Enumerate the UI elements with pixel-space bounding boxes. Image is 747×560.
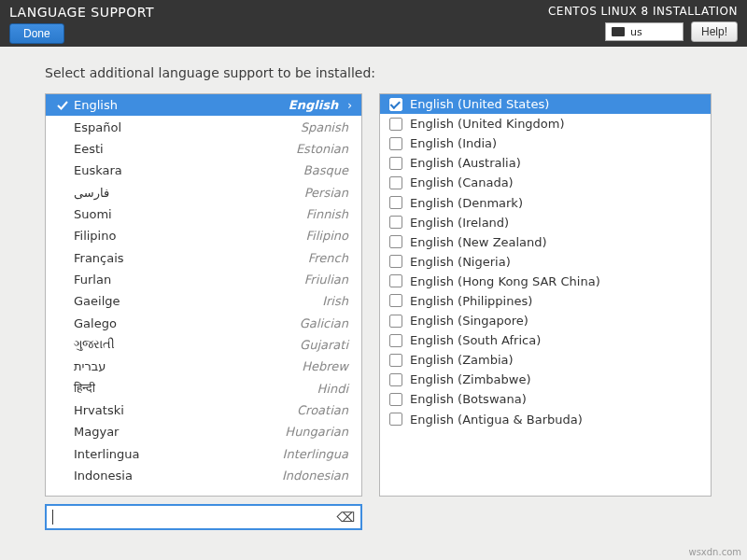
- language-native-label: فارسی: [74, 186, 109, 200]
- locale-row[interactable]: English (United Kingdom): [380, 114, 711, 133]
- locale-row[interactable]: English (Denmark): [380, 192, 711, 212]
- locale-checkbox[interactable]: [389, 196, 402, 209]
- top-bar: LANGUAGE SUPPORT Done CENTOS LINUX 8 INS…: [0, 0, 747, 47]
- language-row[interactable]: EspañolSpanish: [46, 116, 361, 137]
- language-row[interactable]: فارسیPersian: [46, 181, 361, 203]
- top-bar-right-row: us Help!: [605, 21, 738, 42]
- locale-checkbox[interactable]: [389, 118, 402, 131]
- language-native-label: עברית: [74, 359, 106, 373]
- text-cursor: [52, 510, 53, 525]
- help-button[interactable]: Help!: [691, 21, 738, 42]
- locale-label: English (Philippines): [410, 294, 532, 308]
- locale-row[interactable]: English (Philippines): [380, 291, 711, 311]
- language-native-label: Français: [74, 251, 124, 265]
- locale-checkbox[interactable]: [389, 176, 402, 189]
- locale-label: English (United Kingdom): [410, 117, 565, 131]
- language-row[interactable]: HrvatskiCroatian: [46, 399, 361, 421]
- language-english-label: Hebrew: [302, 359, 352, 373]
- locale-row[interactable]: English (United States): [380, 94, 711, 114]
- locale-checkbox[interactable]: [389, 413, 402, 426]
- locale-checkbox[interactable]: [389, 354, 402, 367]
- locale-label: English (United States): [410, 97, 549, 111]
- locale-row[interactable]: English (Nigeria): [380, 252, 711, 272]
- locale-label: English (Australia): [410, 156, 521, 170]
- locale-checkbox[interactable]: [389, 334, 402, 347]
- locale-row[interactable]: English (India): [380, 133, 711, 153]
- locale-row[interactable]: English (New Zealand): [380, 232, 711, 252]
- language-english-label: Basque: [303, 163, 352, 177]
- locale-list[interactable]: English (United States)English (United K…: [379, 93, 712, 497]
- search-row: ⌫: [45, 504, 362, 530]
- locale-row[interactable]: English (Antigua & Barbuda): [380, 410, 711, 429]
- locale-checkbox[interactable]: [389, 137, 402, 150]
- locale-row[interactable]: English (Ireland): [380, 213, 711, 232]
- locale-checkbox[interactable]: [389, 216, 402, 229]
- locale-checkbox[interactable]: [389, 98, 402, 111]
- content-area: Select additional language support to be…: [0, 47, 747, 538]
- keyboard-icon: [612, 27, 625, 36]
- locale-row[interactable]: English (Hong Kong SAR China): [380, 272, 711, 291]
- page-title: LANGUAGE SUPPORT: [9, 5, 154, 20]
- language-native-label: Gaeilge: [74, 294, 120, 308]
- clear-icon[interactable]: ⌫: [336, 510, 355, 525]
- language-english-label: Estonian: [296, 142, 352, 156]
- language-english-label: Interlingua: [283, 447, 352, 461]
- locale-checkbox[interactable]: [389, 373, 402, 386]
- language-row[interactable]: IndonesiaIndonesian: [46, 465, 361, 486]
- locale-row[interactable]: English (Botswana): [380, 389, 711, 409]
- language-row[interactable]: FilipinoFilipino: [46, 225, 361, 246]
- language-row[interactable]: GaeilgeIrish: [46, 290, 361, 312]
- locale-label: English (Botswana): [410, 392, 527, 406]
- language-native-label: Interlingua: [74, 447, 139, 461]
- language-native-label: Indonesia: [74, 469, 133, 483]
- locale-row[interactable]: English (Singapore): [380, 311, 711, 330]
- locale-label: English (New Zealand): [410, 235, 547, 249]
- locale-row[interactable]: English (Zimbabwe): [380, 370, 711, 389]
- done-button[interactable]: Done: [9, 23, 64, 44]
- check-icon: [57, 100, 74, 111]
- language-row[interactable]: עבריתHebrew: [46, 356, 361, 377]
- installer-title: CENTOS LINUX 8 INSTALLATION: [548, 5, 738, 18]
- keyboard-indicator[interactable]: us: [605, 22, 684, 41]
- locale-label: English (South Africa): [410, 333, 541, 347]
- locale-label: English (Antigua & Barbuda): [410, 413, 583, 427]
- locale-checkbox[interactable]: [389, 294, 402, 307]
- language-row[interactable]: EuskaraBasque: [46, 160, 361, 181]
- locale-label: English (Zimbabwe): [410, 372, 531, 386]
- locale-checkbox[interactable]: [389, 393, 402, 406]
- chevron-right-icon: ›: [347, 99, 352, 112]
- search-input[interactable]: ⌫: [45, 504, 362, 530]
- locale-checkbox[interactable]: [389, 255, 402, 268]
- language-row[interactable]: FurlanFriulian: [46, 269, 361, 290]
- language-native-label: Euskara: [74, 163, 122, 177]
- locale-label: English (Ireland): [410, 216, 509, 230]
- language-row[interactable]: MagyarHungarian: [46, 421, 361, 442]
- locale-row[interactable]: English (South Africa): [380, 330, 711, 350]
- locale-label: English (Hong Kong SAR China): [410, 274, 600, 288]
- language-row[interactable]: EestiEstonian: [46, 138, 361, 160]
- language-row[interactable]: GalegoGalician: [46, 312, 361, 333]
- language-row[interactable]: SuomiFinnish: [46, 203, 361, 225]
- language-native-label: Galego: [74, 316, 117, 330]
- language-list[interactable]: EnglishEnglish›EspañolSpanishEestiEstoni…: [45, 93, 362, 497]
- language-english-label: Indonesian: [282, 469, 352, 483]
- locale-checkbox[interactable]: [389, 315, 402, 328]
- top-bar-right: CENTOS LINUX 8 INSTALLATION us Help!: [548, 5, 738, 42]
- language-english-label: Friulian: [304, 273, 352, 287]
- language-english-label: Hindi: [317, 382, 353, 396]
- locale-checkbox[interactable]: [389, 274, 402, 287]
- locale-row[interactable]: English (Australia): [380, 153, 711, 173]
- language-row[interactable]: ગુજરાતીGujarati: [46, 334, 361, 356]
- language-row[interactable]: EnglishEnglish›: [46, 94, 361, 116]
- locale-row[interactable]: English (Canada): [380, 173, 711, 192]
- language-row[interactable]: हिन्दीHindi: [46, 377, 361, 399]
- locale-row[interactable]: English (Zambia): [380, 350, 711, 370]
- locale-checkbox[interactable]: [389, 235, 402, 248]
- language-english-label: Filipino: [306, 229, 352, 243]
- language-native-label: English: [74, 98, 118, 112]
- language-row[interactable]: InterlinguaInterlingua: [46, 443, 361, 465]
- language-native-label: ગુજરાતી: [74, 337, 115, 352]
- language-english-label: Irish: [322, 294, 352, 308]
- language-row[interactable]: FrançaisFrench: [46, 246, 361, 268]
- locale-checkbox[interactable]: [389, 157, 402, 170]
